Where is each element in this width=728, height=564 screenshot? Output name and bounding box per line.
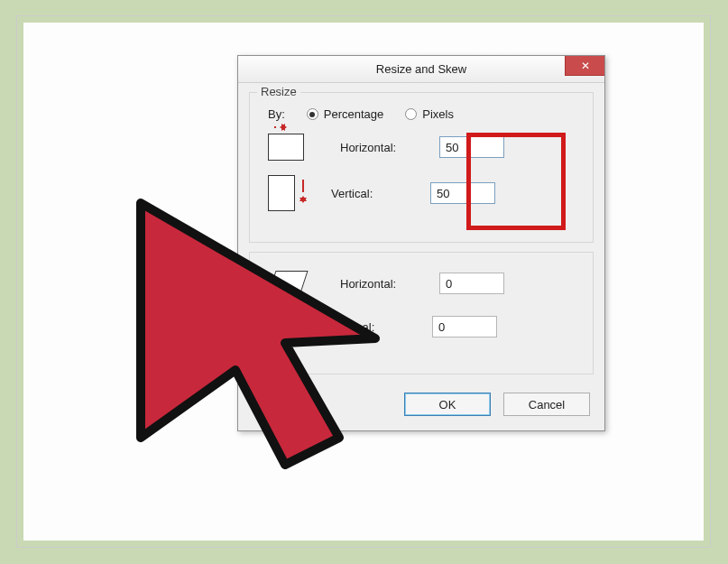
close-icon: ✕ [581,60,590,72]
resize-vertical-input[interactable] [430,182,495,204]
pixels-label: Pixels [422,107,454,121]
skew-vertical-icon [272,306,297,347]
by-label: By: [268,107,285,121]
radio-icon [405,108,417,120]
skew-group: Horizontal: Vertical: [249,252,594,374]
resize-by-row: By: Percentage Pixels [268,107,582,121]
skew-vertical-row: Vertical: [268,310,582,343]
resize-skew-dialog: Resize and Skew ✕ Resize By: Percentage … [237,55,605,431]
percentage-label: Percentage [324,107,384,121]
skew-horizontal-icon [267,271,308,296]
skew-horizontal-label: Horizontal: [340,277,439,291]
resize-horizontal-input[interactable] [439,136,504,158]
radio-icon [307,108,318,120]
titlebar: Resize and Skew ✕ [238,56,604,83]
skew-vertical-input[interactable] [432,316,497,337]
cancel-button[interactable]: Cancel [503,393,590,416]
ok-button[interactable]: OK [404,393,491,416]
resize-vertical-row: Vertical: [268,175,582,211]
skew-horizontal-input[interactable] [439,273,504,294]
percentage-radio[interactable]: Percentage [307,107,384,121]
skew-horizontal-row: Horizontal: [268,271,582,296]
resize-group: Resize By: Percentage Pixels Horizontal: [249,92,594,243]
vertical-label: Vertical: [331,187,430,200]
dialog-title: Resize and Skew [376,62,466,76]
horizontal-label: Horizontal: [340,141,439,154]
button-row: OK Cancel [238,384,604,430]
pixels-radio[interactable]: Pixels [405,107,454,121]
resize-group-title: Resize [257,85,300,98]
vertical-swatch-icon [268,175,295,211]
skew-vertical-label: Vertical: [333,320,432,334]
stage: Resize and Skew ✕ Resize By: Percentage … [23,23,704,541]
close-button[interactable]: ✕ [565,56,604,76]
horizontal-swatch-icon [268,134,304,161]
resize-horizontal-row: Horizontal: [268,134,582,161]
